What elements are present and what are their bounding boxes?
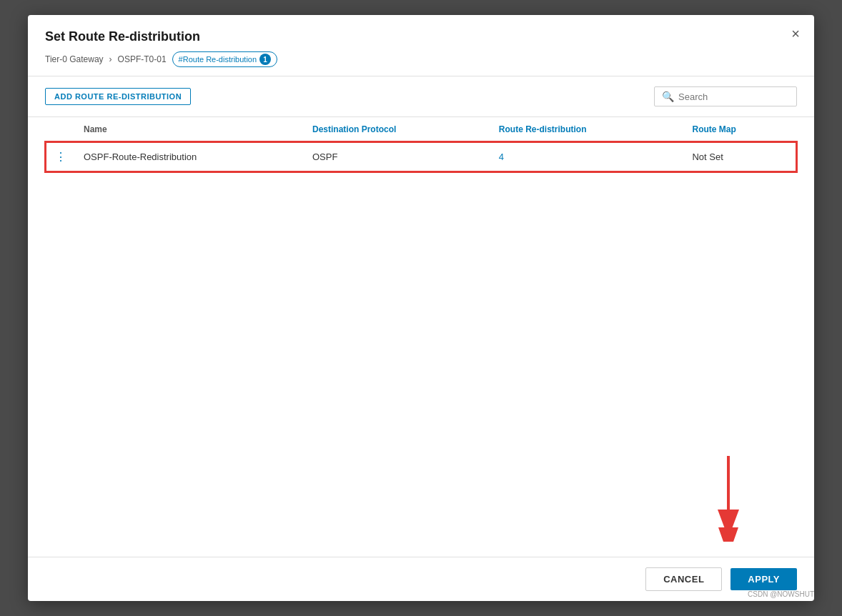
route-redistribution-link[interactable]: 4 [499, 151, 504, 162]
cancel-button[interactable]: CANCEL [645, 567, 722, 591]
drag-handle-cell: ⋮ [46, 142, 75, 172]
cell-route-map: Not Set [683, 142, 796, 172]
table-row[interactable]: ⋮ OSPF-Route-Redistribution OSPF 4 Not S… [46, 142, 796, 172]
table-container: Name Destination Protocol Route Re-distr… [28, 117, 814, 172]
route-redistribution-table: Name Destination Protocol Route Re-distr… [45, 117, 797, 172]
th-destination-protocol: Destination Protocol [304, 117, 490, 142]
th-drag [46, 117, 75, 142]
breadcrumb-tier: Tier-0 Gateway [45, 54, 104, 64]
th-route-redistribution: Route Re-distribution [490, 117, 684, 142]
close-button[interactable]: × [791, 26, 800, 41]
modal-body: Name Destination Protocol Route Re-distr… [28, 117, 814, 557]
table-header-row: Name Destination Protocol Route Re-distr… [46, 117, 796, 142]
search-box: 🔍 [654, 86, 797, 106]
breadcrumb-tag-label: #Route Re-distribution [179, 55, 257, 64]
search-icon: 🔍 [662, 91, 674, 102]
cell-destination-protocol: OSPF [304, 142, 490, 172]
breadcrumb-separator: › [109, 54, 112, 64]
cell-route-redistribution: 4 [490, 142, 684, 172]
modal-footer: CSDN @NOWSHUT CANCEL APPLY [28, 557, 814, 601]
search-input[interactable] [678, 91, 789, 102]
cell-name: OSPF-Route-Redistribution [75, 142, 304, 172]
drag-handle-icon[interactable]: ⋮ [55, 151, 66, 163]
modal-title: Set Route Re-distribution [45, 29, 797, 44]
breadcrumb-gateway: OSPF-T0-01 [118, 54, 167, 64]
apply-button[interactable]: APPLY [730, 568, 797, 590]
modal-toolbar: ADD ROUTE RE-DISTRIBUTION 🔍 [28, 76, 814, 117]
modal-overlay: Set Route Re-distribution Tier-0 Gateway… [0, 0, 842, 616]
watermark: CSDN @NOWSHUT [748, 590, 814, 598]
modal-dialog: Set Route Re-distribution Tier-0 Gateway… [28, 15, 814, 601]
th-route-map: Route Map [683, 117, 796, 142]
modal-header: Set Route Re-distribution Tier-0 Gateway… [28, 15, 814, 76]
breadcrumb: Tier-0 Gateway › OSPF-T0-01 #Route Re-di… [45, 51, 797, 67]
breadcrumb-tag-badge: 1 [259, 54, 271, 65]
add-route-redistribution-button[interactable]: ADD ROUTE RE-DISTRIBUTION [45, 88, 191, 105]
th-name: Name [75, 117, 304, 142]
breadcrumb-tag[interactable]: #Route Re-distribution 1 [172, 51, 277, 67]
